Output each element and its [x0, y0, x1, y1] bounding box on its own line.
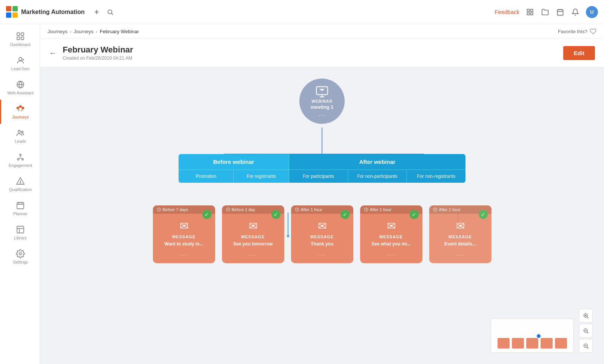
sidebar-item-journeys[interactable]: Journeys [0, 100, 40, 124]
card-3-check: ✓ [341, 210, 350, 219]
sidebar-item-web-assistant[interactable]: Web Assistant [0, 76, 40, 100]
card-4-label: MESSAGE [379, 234, 403, 239]
sidebar-item-lead-gen[interactable]: Lead Gen [0, 51, 40, 76]
sidebar-item-dashboard[interactable]: Dashboard [0, 27, 40, 51]
timer-icon-4 [364, 207, 368, 212]
sidebar-item-planner[interactable]: Planner [0, 196, 40, 221]
mini-bar-1 [498, 338, 510, 349]
svg-point-18 [19, 57, 22, 60]
before-webinar-header: Before webinar [179, 154, 289, 170]
before-webinar-section: Before webinar Promotion For registrants [179, 154, 289, 183]
breadcrumb-journeys-2[interactable]: Journeys [74, 29, 94, 34]
svg-rect-22 [19, 105, 22, 108]
favorite-area[interactable]: Favorite this? [558, 28, 596, 35]
svg-rect-0 [6, 6, 11, 11]
svg-rect-17 [21, 37, 24, 40]
message-card-2[interactable]: Before 1 day ✓ ✉ MESSAGE See you tomorro… [222, 205, 284, 263]
card-4-envelope: ✉ [387, 220, 396, 232]
list-view-icon[interactable] [525, 8, 535, 17]
card-5-text: Event details... [444, 241, 476, 247]
card-2-envelope: ✉ [249, 220, 257, 232]
card-2-body: ✓ ✉ MESSAGE See you tomorrow ... [222, 214, 284, 263]
svg-rect-2 [6, 12, 11, 18]
engagement-icon [16, 153, 25, 162]
svg-rect-7 [531, 9, 533, 11]
topbar: Marketing Automation + Feedback U [0, 0, 604, 24]
webinar-icon [315, 85, 329, 99]
zoom-in-button[interactable] [579, 309, 593, 322]
svg-line-25 [22, 106, 22, 108]
search-button[interactable] [106, 8, 115, 17]
svg-rect-3 [12, 12, 18, 18]
zoho-logo-icon [6, 6, 18, 18]
feedback-button[interactable]: Feedback [495, 9, 519, 15]
journey-diagram: WEBINAR meeting 1 ... Before webinar Pro… [48, 79, 596, 263]
calendar-icon[interactable] [556, 8, 565, 17]
webinar-name: meeting 1 [311, 104, 334, 110]
message-card-4[interactable]: After 1 hour ✓ ✉ MESSAGE See what you mi… [360, 205, 422, 263]
card-2-dots: ... [249, 249, 257, 260]
svg-rect-23 [22, 107, 24, 109]
svg-point-28 [18, 130, 20, 133]
edit-button[interactable]: Edit [563, 46, 595, 60]
content-area: Journeys › Journeys › February Webinar F… [40, 24, 604, 364]
webinar-label: WEBINAR [312, 99, 333, 103]
card-4-body: ✓ ✉ MESSAGE See what you mi... ... [360, 214, 422, 263]
mini-bar-5 [555, 338, 567, 349]
breadcrumb-journeys-1[interactable]: Journeys [48, 29, 68, 34]
svg-point-31 [17, 159, 19, 160]
sidebar-item-library[interactable]: Library [0, 221, 40, 245]
heart-icon[interactable] [590, 28, 596, 35]
breadcrumb-current: February Webinar [100, 29, 139, 34]
before-webinar-subs: Promotion For registrants [179, 170, 289, 183]
zoom-controls [579, 309, 593, 353]
card-3-label: MESSAGE [310, 234, 334, 239]
breadcrumb-bar: Journeys › Journeys › February Webinar F… [40, 24, 604, 39]
card-5-label: MESSAGE [448, 234, 472, 239]
card-2-label: MESSAGE [241, 234, 265, 239]
svg-line-74 [587, 332, 589, 333]
mini-bar-3 [526, 338, 538, 349]
card-3-body: ✓ ✉ MESSAGE Thank you ... [291, 214, 353, 263]
add-button[interactable]: + [92, 8, 101, 17]
sub-for-non-participants: For non-participants [348, 170, 407, 183]
journey-created: Created on Feb/26/2019 04:21 AM [63, 56, 133, 61]
card-2-text: See you tomorrow [233, 241, 273, 247]
timer-icon-5 [433, 207, 438, 212]
card-1-body: ✓ ✉ MESSAGE Want to study in... ... [153, 214, 215, 263]
journey-title: February Webinar [63, 45, 133, 55]
mini-map [491, 319, 574, 353]
card-1-envelope: ✉ [180, 220, 188, 232]
library-icon [16, 225, 25, 234]
lead-gen-icon [16, 56, 25, 65]
sidebar-item-leads[interactable]: Leads [0, 124, 40, 148]
sub-promotion: Promotion [179, 170, 233, 183]
svg-line-24 [19, 106, 19, 108]
avatar[interactable]: U [586, 6, 598, 18]
reset-zoom-button[interactable] [579, 324, 593, 338]
after-webinar-header: After webinar [289, 154, 465, 170]
svg-line-77 [587, 347, 589, 349]
journey-title-area: February Webinar Created on Feb/26/2019 … [63, 45, 133, 61]
svg-rect-8 [527, 12, 530, 15]
message-card-3[interactable]: After 1 hour ✓ ✉ MESSAGE Thank you ... [291, 205, 353, 263]
svg-rect-16 [17, 37, 20, 40]
webinar-node[interactable]: WEBINAR meeting 1 ... [299, 79, 345, 124]
card-1-check: ✓ [202, 210, 211, 219]
message-card-1[interactable]: Before 7 days ✓ ✉ MESSAGE Want to study … [153, 205, 215, 263]
svg-rect-14 [17, 33, 20, 35]
sidebar-item-settings[interactable]: Settings [0, 245, 40, 269]
leads-icon [16, 128, 25, 137]
planner-icon [16, 201, 25, 210]
breadcrumb: Journeys › Journeys › February Webinar [48, 29, 139, 34]
back-button[interactable]: ← [49, 49, 57, 57]
card-2-check: ✓ [271, 210, 280, 219]
sidebar-item-qualification[interactable]: Qualification [0, 172, 40, 196]
folder-icon[interactable] [541, 8, 550, 17]
svg-rect-1 [12, 6, 18, 11]
sub-for-non-registrants: For non-registrants [407, 170, 465, 183]
message-card-5[interactable]: After 1 hour ✓ ✉ MESSAGE Event details..… [429, 205, 492, 263]
zoom-out-button[interactable] [579, 339, 593, 353]
bell-icon[interactable] [571, 8, 580, 17]
sidebar-item-engagement[interactable]: Engagement [0, 148, 40, 172]
